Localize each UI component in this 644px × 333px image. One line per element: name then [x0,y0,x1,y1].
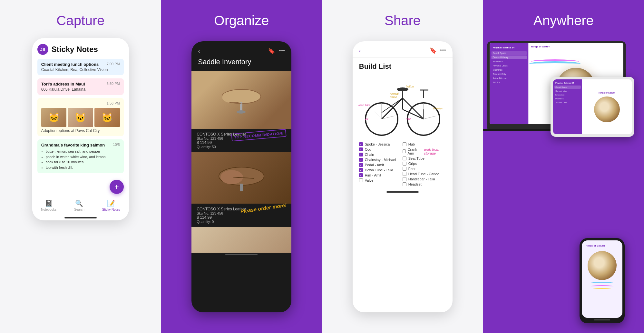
tablet-device: Physical Science S4 Cobalt Space Content… [551,77,634,137]
checkbox-valve[interactable] [359,178,363,182]
checklist-right: Hub Crank Arm grab from storage Seat Tub… [403,142,446,187]
checkbox-grips[interactable] [403,162,406,166]
sidebar-item-cobalt[interactable]: Cobalt Space [492,51,527,55]
checkbox-downtube[interactable]: ✓ [359,168,363,172]
svg-text:button: button [406,85,414,88]
bullet-1: butter, lemon, sea salt, and pepper [46,149,120,154]
note-images: 🐱 🐱 🐱 [41,108,120,127]
checkbox-crankarm[interactable] [403,149,406,153]
ring-arc-yellow [592,288,612,290]
note-card-4[interactable]: Grandma's favorite king salmon 10/5 butt… [37,139,124,173]
checklist-item-spoke: ✓ Spoke - Jessica [359,142,403,147]
checklist-item-valve: Valve [359,178,403,183]
tablet-sidebar-item-k[interactable]: Kinesotion [554,93,581,96]
sidebar-item-aidfor[interactable]: Aid For [492,81,527,84]
rings-phone [588,251,617,280]
checklist-item-fork: Fork [403,166,446,171]
checkbox-handlebar[interactable] [403,177,406,181]
ring-arcs [589,282,615,290]
label-headset: Headset [408,182,422,186]
bookmark-icon[interactable]: 🔖 [268,47,275,55]
checklist-item-grips: Grips [403,161,446,166]
back-icon[interactable]: ‹ [198,47,200,55]
checkbox-seattube[interactable] [403,156,406,160]
svg-line-15 [382,98,403,113]
checkbox-cog[interactable]: ✓ [359,147,363,151]
tablet-sidebar-item-teacher[interactable]: Teacher Only [554,101,581,104]
product-price-1: $ 114.99 [197,140,286,145]
share-bookmark-icon[interactable]: 🔖 [430,47,437,54]
checkbox-rim[interactable]: ✓ [359,173,363,177]
organize-phone: ‹ 🔖 ••• Saddle Inventory [191,41,291,312]
note-card-2[interactable]: Tori's address in Maui 5:50 PM 606 Kalul… [37,78,124,95]
note-time-4: 10/5 [113,143,120,146]
checkbox-chainstay[interactable]: ✓ [359,158,363,162]
product-price-2: $ 114.99 [197,215,286,220]
checkbox-fork[interactable] [403,167,406,171]
sidebar-item-physical-lewis[interactable]: Physical Lewis [492,64,527,67]
note-bullets: butter, lemon, sea salt, and pepper poac… [41,149,120,170]
bike-svg: road bike button neutral frame titanium … [353,74,453,138]
phone-mini-title: Rings of Saturn [586,244,605,247]
sidebar-item-adele[interactable]: Adele Biizoom [492,76,527,80]
nav-search[interactable]: 🔍 Search [74,199,84,211]
checkbox-headset[interactable] [403,182,406,186]
checkbox-chain[interactable]: ✓ [359,153,363,156]
note-time-2: 5:50 PM [107,82,120,86]
label-fork: Fork [408,167,415,171]
checklist-item-handlebar: Handlebar - Talia [403,177,446,182]
svg-point-5 [220,170,243,184]
add-note-fab[interactable]: + [110,180,124,194]
checklist-item-crankarm: Crank Arm grab from storage [403,147,446,156]
organize-phone-wrapper: ‹ 🔖 ••• Saddle Inventory [168,38,316,333]
sidebar-item-teacher[interactable]: Teacher Only [492,72,527,76]
checkbox-headtube[interactable] [403,172,406,176]
bullet-3: cook for 8 to 10 minutes [46,159,120,165]
product-info-1: CONTOSO X Series Leather Sku No. 123 456… [191,129,291,152]
checkbox-hub[interactable] [403,142,406,146]
bullet-2: poach in water, white wine, and lemon [46,154,120,160]
nav-sticky-notes[interactable]: 📝 Sticky Notes [102,199,120,211]
svg-text:neutral: neutral [390,92,399,96]
note-body-2: 606 Kalula Drive, Lahaina [41,87,120,92]
organize-title: Organize [214,13,269,28]
anywhere-column: Anywhere Physical Science S4 Cobalt Spac… [483,0,644,333]
checklist-item-chainstay: ✓ Chainstay - Michael [359,157,403,162]
note-time-3: 1:56 PM [107,101,120,105]
phone-device: Rings of Saturn [580,238,625,323]
build-list-title: Build List [353,58,453,74]
share-more-icon[interactable]: ••• [440,47,446,54]
devices-area: Physical Science S4 Cobalt Space Content… [490,38,638,333]
capture-header: JS Sticky Notes [37,44,124,55]
label-chainstay: Chainstay - Michael [365,158,396,162]
checkbox-spoke[interactable]: ✓ [359,142,363,146]
svg-text:29": 29" [365,117,369,120]
note-card-1[interactable]: Client meeting lunch options 7:00 PM Coa… [37,59,124,75]
more-icon[interactable]: ••• [279,47,285,55]
tablet-main: Rings of Saturn [582,79,632,134]
sidebar-section-label: Physical Science S4 [492,46,527,49]
label-hub: Hub [408,142,415,146]
cat-image-1: 🐱 [41,108,67,127]
checkbox-pedal[interactable]: ✓ [359,163,363,167]
share-title: Share [385,13,421,28]
sidebar-item-machines[interactable]: Machines [492,68,527,72]
sidebar-item-kinesotion[interactable]: Kinesotion [492,60,527,63]
ring-purple [531,59,579,64]
sidebar-item-content[interactable]: Content Library [492,56,527,59]
label-headtube: Head Tube - Carlee [408,172,439,176]
saddle-inventory-title: Saddle Inventory [191,58,291,71]
tablet-sidebar-item-content[interactable]: Content Library [554,89,581,93]
label-spoke: Spoke - Jessica [365,142,390,146]
tablet-sidebar-item-machines[interactable]: Machines [554,97,581,100]
share-back-icon[interactable]: ‹ [359,47,361,54]
label-cog: Cog [365,147,371,151]
tablet-sidebar-item-cobalt[interactable]: Cobalt Space [554,86,581,89]
share-header-icons: 🔖 ••• [430,47,446,54]
nav-notebooks[interactable]: 📓 Notebooks [41,199,56,211]
tablet-screen: Physical Science S4 Cobalt Space Content… [553,79,632,134]
note-card-3[interactable]: 1:56 PM 🐱 🐱 🐱 Adoption options at Paws C… [37,98,124,136]
cat-image-2: 🐱 [68,108,93,127]
tablet-sidebar-section: Physical Science S4 [554,81,581,85]
svg-line-12 [382,98,403,119]
